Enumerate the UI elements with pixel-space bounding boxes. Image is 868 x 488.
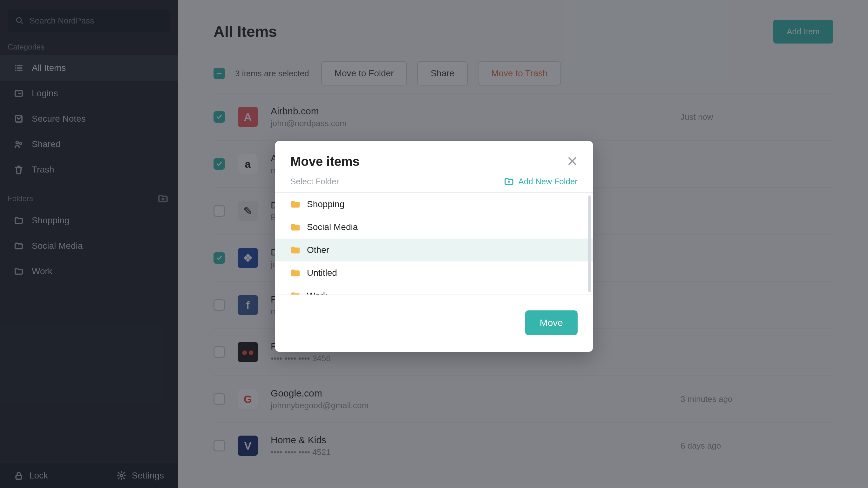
folder-option-label: Untitled — [307, 268, 337, 278]
folder-option-label: Work — [307, 291, 328, 295]
folder-option-label: Social Media — [307, 222, 358, 232]
modal-close-button[interactable] — [567, 156, 578, 168]
folder-icon — [290, 246, 301, 254]
folder-option-label: Other — [307, 245, 329, 255]
modal-overlay[interactable]: Move items Select Folder Add New Folder … — [0, 0, 868, 488]
folder-option[interactable]: Other — [275, 239, 593, 262]
move-items-modal: Move items Select Folder Add New Folder … — [275, 141, 593, 352]
modal-subheader: Select Folder Add New Folder — [275, 176, 593, 192]
add-new-folder-button[interactable]: Add New Folder — [504, 176, 578, 186]
folder-icon — [290, 223, 301, 231]
folder-icon — [290, 200, 301, 208]
add-folder-icon — [504, 176, 514, 186]
move-button[interactable]: Move — [525, 310, 578, 335]
modal-title: Move items — [290, 154, 360, 169]
folder-option[interactable]: Shopping — [275, 193, 593, 216]
add-new-folder-label: Add New Folder — [519, 177, 578, 186]
folder-options-list[interactable]: ShoppingSocial MediaOtherUntitledWork — [275, 192, 593, 295]
close-icon — [567, 156, 578, 166]
folder-option[interactable]: Work — [275, 284, 593, 295]
folder-option[interactable]: Untitled — [275, 262, 593, 284]
folder-icon — [290, 269, 301, 277]
modal-header: Move items — [275, 141, 593, 176]
modal-footer: Move — [275, 295, 593, 352]
folder-option[interactable]: Social Media — [275, 216, 593, 239]
folder-option-label: Shopping — [307, 199, 344, 209]
select-folder-label: Select Folder — [290, 177, 339, 186]
folder-icon — [290, 292, 301, 295]
